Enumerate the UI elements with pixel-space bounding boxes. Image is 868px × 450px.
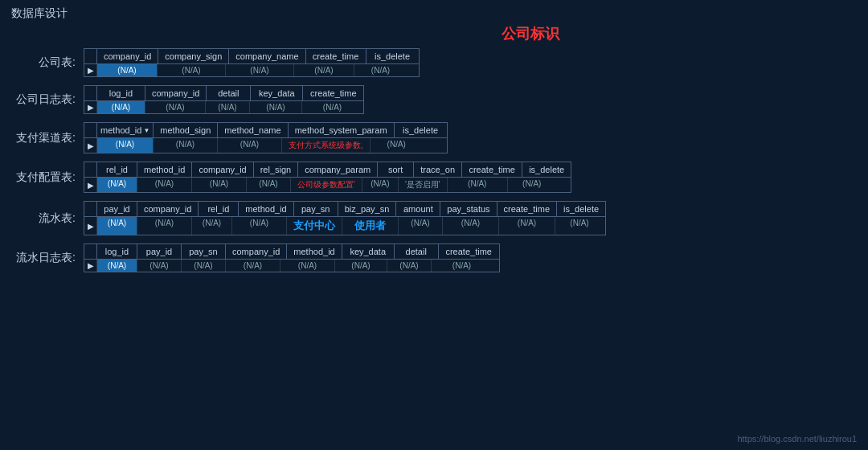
table-cell: (N/A)	[137, 178, 192, 192]
col-header: key_data	[251, 86, 303, 100]
db-table-body-row: ▶(N/A)(N/A)(N/A)(N/A)(N/A)(N/A)(N/A)(N/A…	[84, 260, 499, 272]
col-header: key_data	[342, 244, 395, 259]
col-header: pay_sn	[182, 244, 226, 259]
col-header: method_name	[218, 123, 288, 137]
table-cell: (N/A)	[280, 260, 335, 272]
col-header: is_delete	[522, 162, 571, 177]
table-cell: (N/A)	[362, 178, 399, 192]
table-cell: (N/A)	[154, 138, 218, 153]
col-header: log_id	[97, 244, 137, 259]
db-table-header: rel_idmethod_idcompany_idrel_signcompany…	[84, 162, 571, 178]
col-header: rel_sign	[254, 162, 299, 177]
col-header: rel_id	[199, 202, 239, 216]
table-cell: (N/A)	[371, 138, 423, 153]
col-header: biz_pay_sn	[338, 202, 397, 216]
col-header: method_id▼	[97, 123, 154, 137]
db-table-body-row: ▶(N/A)(N/A)(N/A)(N/A)(N/A)	[84, 64, 419, 76]
watermark: https://blog.csdn.net/liuzhirou1	[737, 434, 857, 444]
row-arrow: ▶	[84, 260, 97, 272]
table-label: 公司日志表:	[11, 92, 84, 107]
col-header: is_delete	[366, 49, 419, 63]
row-arrow: ▶	[84, 64, 97, 76]
db-table-header: log_idcompany_iddetailkey_datacreate_tim…	[84, 86, 363, 101]
main-content: 公司标识 公司表:company_idcompany_signcompany_n…	[0, 24, 868, 272]
table-cell: (N/A)	[399, 217, 443, 235]
db-table: log_idpay_idpay_sncompany_idmethod_idkey…	[84, 243, 500, 272]
table-cell: (N/A)	[97, 64, 158, 76]
table-cell: (N/A)	[145, 101, 206, 113]
db-table: company_idcompany_signcompany_namecreate…	[84, 48, 420, 77]
table-cell: (N/A)	[499, 217, 555, 235]
col-header: company_id	[226, 244, 287, 259]
col-header: create_time	[497, 202, 557, 216]
table-cell: (N/A)	[97, 101, 145, 113]
table-label: 支付配置表:	[11, 170, 84, 185]
db-table-header: log_idpay_idpay_sncompany_idmethod_idkey…	[84, 244, 499, 260]
row-arrow: ▶	[84, 178, 97, 192]
table-cell: (N/A)	[137, 260, 182, 272]
table-row-wrapper: 支付渠道表:method_id▼method_signmethod_nameme…	[11, 122, 857, 153]
table-row-wrapper: 支付配置表:rel_idmethod_idcompany_idrel_signc…	[11, 162, 857, 193]
col-header: is_delete	[557, 202, 605, 216]
col-header: method_system_param	[289, 123, 395, 137]
table-cell: (N/A)	[97, 138, 154, 153]
table-cell: (N/A)	[232, 217, 287, 235]
table-row-wrapper: 公司表:company_idcompany_signcompany_namecr…	[11, 48, 857, 77]
col-header: method_id	[287, 244, 342, 259]
db-table-body-row: ▶(N/A)(N/A)(N/A)(N/A)支付中心使用者(N/A)(N/A)(N…	[84, 217, 605, 235]
db-table: log_idcompany_iddetailkey_datacreate_tim…	[84, 85, 364, 114]
col-header: pay_sn	[294, 202, 338, 216]
col-header: create_time	[439, 244, 499, 259]
table-cell: '是否启用'	[399, 178, 448, 192]
col-header: company_id	[137, 202, 199, 216]
table-cell: (N/A)	[432, 260, 492, 272]
col-header: company_name	[229, 49, 305, 63]
table-label: 流水表:	[11, 211, 84, 226]
db-table-body-row: ▶(N/A)(N/A)(N/A)(N/A)公司级参数配置'(N/A)'是否启用'…	[84, 178, 571, 192]
table-cell: (N/A)	[448, 178, 508, 192]
table-cell: (N/A)	[192, 217, 232, 235]
table-row-wrapper: 流水表:pay_idcompany_idrel_idmethod_idpay_s…	[11, 201, 857, 235]
table-cell: (N/A)	[158, 64, 226, 76]
table-cell: (N/A)	[206, 101, 250, 113]
table-cell: (N/A)	[555, 217, 604, 235]
table-cell: (N/A)	[226, 64, 294, 76]
db-table: rel_idmethod_idcompany_idrel_signcompany…	[84, 162, 571, 193]
col-header: is_delete	[395, 123, 447, 137]
table-row-wrapper: 流水日志表:log_idpay_idpay_sncompany_idmethod…	[11, 243, 857, 272]
col-header: method_sign	[154, 123, 218, 137]
col-header: sort	[378, 162, 414, 177]
col-header: company_param	[298, 162, 378, 177]
row-arrow: ▶	[84, 217, 97, 235]
table-cell: (N/A)	[97, 178, 137, 192]
table-cell: (N/A)	[294, 64, 354, 76]
col-header: company_id	[145, 86, 207, 100]
table-cell: 支付方式系统级参数,	[282, 138, 371, 153]
db-table-body-row: ▶(N/A)(N/A)(N/A)(N/A)(N/A)	[84, 101, 363, 113]
table-cell: (N/A)	[387, 260, 432, 272]
table-label: 流水日志表:	[11, 251, 84, 265]
db-table-header: pay_idcompany_idrel_idmethod_idpay_snbiz…	[84, 202, 605, 217]
db-table-header: method_id▼method_signmethod_namemethod_s…	[84, 123, 447, 138]
table-cell: 公司级参数配置'	[291, 178, 362, 192]
table-cell: (N/A)	[218, 138, 282, 153]
table-cell: (N/A)	[137, 217, 192, 235]
col-header: log_id	[97, 86, 145, 100]
table-cell: (N/A)	[508, 178, 556, 192]
table-cell: (N/A)	[302, 101, 362, 113]
col-header: pay_status	[440, 202, 497, 216]
table-cell: (N/A)	[443, 217, 499, 235]
table-cell: 支付中心	[287, 217, 342, 235]
row-arrow: ▶	[84, 101, 97, 113]
table-cell: (N/A)	[226, 260, 280, 272]
table-cell: (N/A)	[97, 260, 137, 272]
col-header: method_id	[137, 162, 192, 177]
table-cell: 使用者	[342, 217, 399, 235]
db-table: pay_idcompany_idrel_idmethod_idpay_snbiz…	[84, 201, 606, 235]
table-row-wrapper: 公司日志表:log_idcompany_iddetailkey_datacrea…	[11, 85, 857, 114]
col-header: create_time	[462, 162, 522, 177]
table-label: 支付渠道表:	[11, 131, 84, 145]
table-cell: (N/A)	[182, 260, 226, 272]
col-header: company_id	[97, 49, 158, 63]
col-header: create_time	[303, 86, 363, 100]
